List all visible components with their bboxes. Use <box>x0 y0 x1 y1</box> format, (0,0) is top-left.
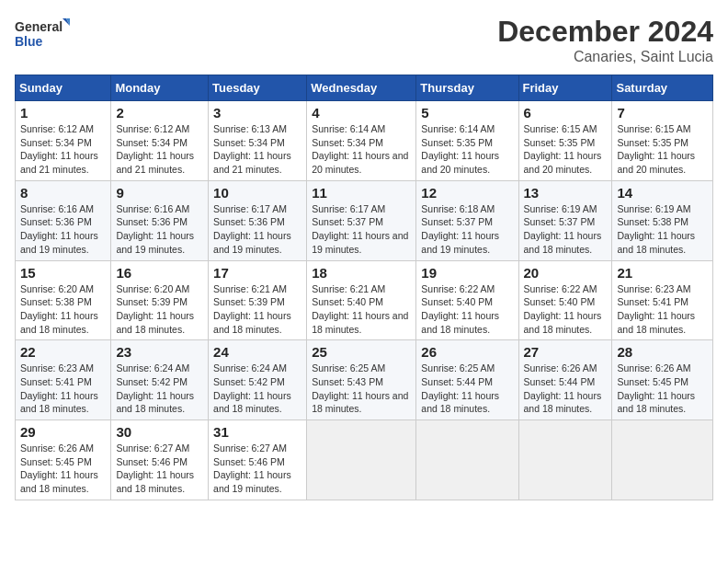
table-row <box>307 420 416 500</box>
table-row: 16Sunrise: 6:20 AMSunset: 5:39 PMDayligh… <box>111 260 209 340</box>
day-info: Sunrise: 6:17 AMSunset: 5:37 PMDaylight:… <box>312 202 411 257</box>
table-row: 25Sunrise: 6:25 AMSunset: 5:43 PMDayligh… <box>307 340 416 420</box>
table-row: 30Sunrise: 6:27 AMSunset: 5:46 PMDayligh… <box>111 420 209 500</box>
table-row: 6Sunrise: 6:15 AMSunset: 5:35 PMDaylight… <box>518 101 612 181</box>
day-info: Sunrise: 6:14 AMSunset: 5:34 PMDaylight:… <box>312 122 411 177</box>
day-info: Sunrise: 6:26 AMSunset: 5:45 PMDaylight:… <box>617 362 708 416</box>
calendar-header-row: Sunday Monday Tuesday Wednesday Thursday… <box>16 75 713 101</box>
day-number: 1 <box>20 105 106 121</box>
table-row: 22Sunrise: 6:23 AMSunset: 5:41 PMDayligh… <box>16 340 111 420</box>
logo: General Blue <box>15 15 70 55</box>
table-row: 27Sunrise: 6:26 AMSunset: 5:44 PMDayligh… <box>518 340 612 420</box>
day-info: Sunrise: 6:20 AMSunset: 5:39 PMDaylight:… <box>116 282 203 337</box>
calendar-week-row: 29Sunrise: 6:26 AMSunset: 5:45 PMDayligh… <box>16 420 713 500</box>
logo-svg: General Blue <box>15 15 70 55</box>
day-info: Sunrise: 6:25 AMSunset: 5:43 PMDaylight:… <box>312 362 411 416</box>
day-number: 12 <box>421 185 513 201</box>
page-title: December 2024 <box>497 15 713 49</box>
calendar-week-row: 15Sunrise: 6:20 AMSunset: 5:38 PMDayligh… <box>16 260 713 340</box>
table-row <box>612 420 713 500</box>
table-row: 10Sunrise: 6:17 AMSunset: 5:36 PMDayligh… <box>209 180 307 260</box>
title-section: December 2024 Canaries, Saint Lucia <box>497 15 713 65</box>
table-row <box>416 420 518 500</box>
day-number: 6 <box>524 105 608 121</box>
day-info: Sunrise: 6:26 AMSunset: 5:45 PMDaylight:… <box>20 442 106 496</box>
day-info: Sunrise: 6:19 AMSunset: 5:38 PMDaylight:… <box>617 202 708 257</box>
day-number: 23 <box>116 344 203 360</box>
header-sunday: Sunday <box>16 75 111 101</box>
table-row: 12Sunrise: 6:18 AMSunset: 5:37 PMDayligh… <box>416 180 518 260</box>
table-row: 26Sunrise: 6:25 AMSunset: 5:44 PMDayligh… <box>416 340 518 420</box>
svg-text:Blue: Blue <box>15 34 43 49</box>
day-number: 26 <box>421 344 513 360</box>
day-number: 13 <box>524 185 608 201</box>
day-number: 10 <box>213 185 301 201</box>
calendar-week-row: 1Sunrise: 6:12 AMSunset: 5:34 PMDaylight… <box>16 101 713 181</box>
day-info: Sunrise: 6:24 AMSunset: 5:42 PMDaylight:… <box>213 362 301 416</box>
day-number: 17 <box>213 265 301 281</box>
table-row: 24Sunrise: 6:24 AMSunset: 5:42 PMDayligh… <box>209 340 307 420</box>
day-number: 7 <box>617 105 708 121</box>
day-number: 19 <box>421 265 513 281</box>
day-info: Sunrise: 6:16 AMSunset: 5:36 PMDaylight:… <box>116 202 203 257</box>
header-tuesday: Tuesday <box>209 75 307 101</box>
day-info: Sunrise: 6:13 AMSunset: 5:34 PMDaylight:… <box>213 122 301 177</box>
day-number: 28 <box>617 344 708 360</box>
day-number: 24 <box>213 344 301 360</box>
table-row: 11Sunrise: 6:17 AMSunset: 5:37 PMDayligh… <box>307 180 416 260</box>
day-info: Sunrise: 6:21 AMSunset: 5:40 PMDaylight:… <box>312 282 411 337</box>
day-info: Sunrise: 6:12 AMSunset: 5:34 PMDaylight:… <box>20 122 106 177</box>
day-info: Sunrise: 6:23 AMSunset: 5:41 PMDaylight:… <box>617 282 708 337</box>
day-number: 27 <box>524 344 608 360</box>
day-number: 30 <box>116 424 203 440</box>
header-monday: Monday <box>111 75 209 101</box>
day-info: Sunrise: 6:27 AMSunset: 5:46 PMDaylight:… <box>213 442 301 496</box>
day-number: 20 <box>524 265 608 281</box>
day-info: Sunrise: 6:26 AMSunset: 5:44 PMDaylight:… <box>524 362 608 416</box>
table-row: 19Sunrise: 6:22 AMSunset: 5:40 PMDayligh… <box>416 260 518 340</box>
day-info: Sunrise: 6:20 AMSunset: 5:38 PMDaylight:… <box>20 282 106 337</box>
table-row: 31Sunrise: 6:27 AMSunset: 5:46 PMDayligh… <box>209 420 307 500</box>
header-wednesday: Wednesday <box>307 75 416 101</box>
table-row <box>518 420 612 500</box>
day-number: 14 <box>617 185 708 201</box>
table-row: 21Sunrise: 6:23 AMSunset: 5:41 PMDayligh… <box>612 260 713 340</box>
table-row: 15Sunrise: 6:20 AMSunset: 5:38 PMDayligh… <box>16 260 111 340</box>
table-row: 13Sunrise: 6:19 AMSunset: 5:37 PMDayligh… <box>518 180 612 260</box>
calendar-table: Sunday Monday Tuesday Wednesday Thursday… <box>15 75 713 500</box>
day-info: Sunrise: 6:22 AMSunset: 5:40 PMDaylight:… <box>421 282 513 337</box>
day-info: Sunrise: 6:24 AMSunset: 5:42 PMDaylight:… <box>116 362 203 416</box>
table-row: 5Sunrise: 6:14 AMSunset: 5:35 PMDaylight… <box>416 101 518 181</box>
day-info: Sunrise: 6:15 AMSunset: 5:35 PMDaylight:… <box>617 122 708 177</box>
day-number: 16 <box>116 265 203 281</box>
day-number: 8 <box>20 185 106 201</box>
table-row: 3Sunrise: 6:13 AMSunset: 5:34 PMDaylight… <box>209 101 307 181</box>
day-number: 4 <box>312 105 411 121</box>
day-number: 21 <box>617 265 708 281</box>
calendar-week-row: 8Sunrise: 6:16 AMSunset: 5:36 PMDaylight… <box>16 180 713 260</box>
page-header: General Blue December 2024 Canaries, Sai… <box>15 15 713 65</box>
table-row: 9Sunrise: 6:16 AMSunset: 5:36 PMDaylight… <box>111 180 209 260</box>
day-number: 22 <box>20 344 106 360</box>
day-info: Sunrise: 6:21 AMSunset: 5:39 PMDaylight:… <box>213 282 301 337</box>
header-friday: Friday <box>518 75 612 101</box>
table-row: 28Sunrise: 6:26 AMSunset: 5:45 PMDayligh… <box>612 340 713 420</box>
day-number: 31 <box>213 424 301 440</box>
table-row: 20Sunrise: 6:22 AMSunset: 5:40 PMDayligh… <box>518 260 612 340</box>
table-row: 14Sunrise: 6:19 AMSunset: 5:38 PMDayligh… <box>612 180 713 260</box>
table-row: 1Sunrise: 6:12 AMSunset: 5:34 PMDaylight… <box>16 101 111 181</box>
table-row: 17Sunrise: 6:21 AMSunset: 5:39 PMDayligh… <box>209 260 307 340</box>
day-info: Sunrise: 6:17 AMSunset: 5:36 PMDaylight:… <box>213 202 301 257</box>
table-row: 2Sunrise: 6:12 AMSunset: 5:34 PMDaylight… <box>111 101 209 181</box>
day-info: Sunrise: 6:27 AMSunset: 5:46 PMDaylight:… <box>116 442 203 496</box>
table-row: 8Sunrise: 6:16 AMSunset: 5:36 PMDaylight… <box>16 180 111 260</box>
header-saturday: Saturday <box>612 75 713 101</box>
svg-text:General: General <box>15 19 63 34</box>
day-info: Sunrise: 6:12 AMSunset: 5:34 PMDaylight:… <box>116 122 203 177</box>
day-info: Sunrise: 6:23 AMSunset: 5:41 PMDaylight:… <box>20 362 106 416</box>
day-info: Sunrise: 6:18 AMSunset: 5:37 PMDaylight:… <box>421 202 513 257</box>
day-number: 18 <box>312 265 411 281</box>
day-info: Sunrise: 6:22 AMSunset: 5:40 PMDaylight:… <box>524 282 608 337</box>
table-row: 4Sunrise: 6:14 AMSunset: 5:34 PMDaylight… <box>307 101 416 181</box>
table-row: 7Sunrise: 6:15 AMSunset: 5:35 PMDaylight… <box>612 101 713 181</box>
